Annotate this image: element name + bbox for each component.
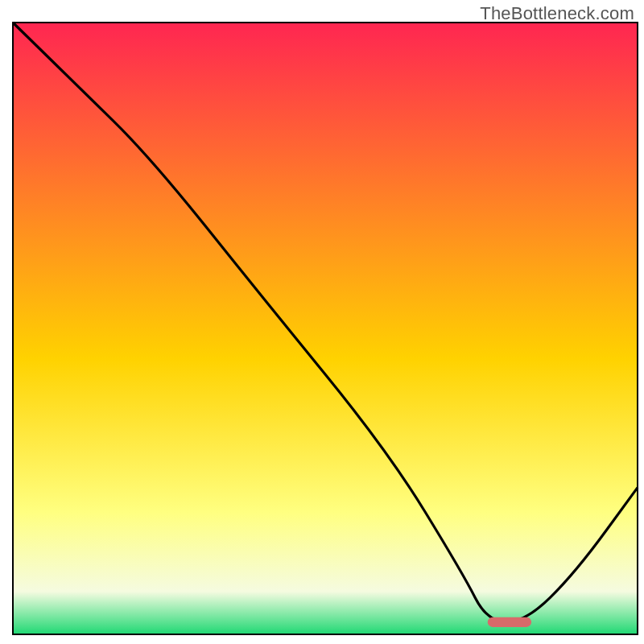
chart-svg [0,0,644,644]
chart-root: TheBottleneck.com [0,0,644,644]
watermark-text: TheBottleneck.com [480,3,634,24]
optimal-range-bar [488,617,531,627]
